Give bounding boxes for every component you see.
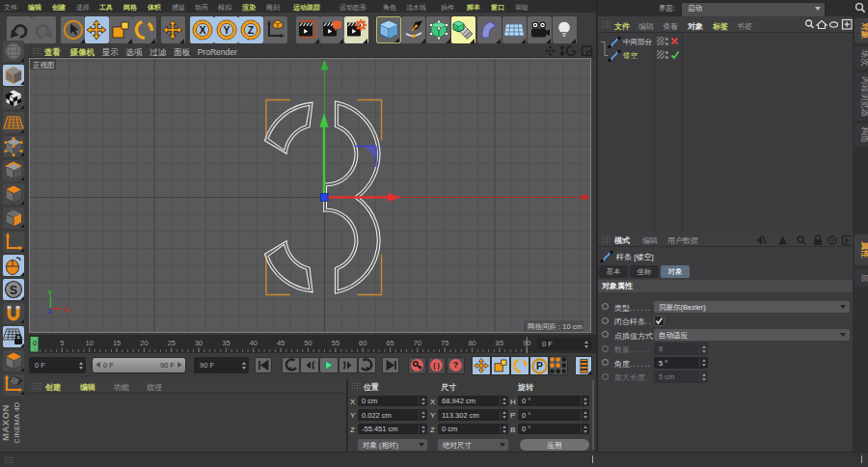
svg-text:85: 85 bbox=[496, 339, 503, 347]
svg-text:X: X bbox=[65, 306, 69, 315]
svg-text:65: 65 bbox=[386, 339, 393, 347]
svg-text:40: 40 bbox=[250, 339, 258, 347]
svg-text:5: 5 bbox=[60, 339, 64, 347]
svg-text:Y: Y bbox=[48, 288, 53, 297]
svg-text:正视图: 正视图 bbox=[33, 61, 55, 69]
svg-text:50: 50 bbox=[304, 339, 312, 347]
svg-text:层: 层 bbox=[859, 274, 868, 283]
svg-text:20: 20 bbox=[140, 339, 148, 347]
svg-text:70: 70 bbox=[414, 339, 421, 347]
svg-text:Z: Z bbox=[248, 24, 255, 36]
svg-text:内容浏览器: 内容浏览器 bbox=[859, 76, 868, 118]
svg-text:10: 10 bbox=[86, 339, 94, 347]
svg-text:P: P bbox=[536, 361, 543, 371]
svg-text:35: 35 bbox=[222, 339, 230, 347]
svg-text:构造: 构造 bbox=[859, 127, 868, 144]
svg-text:55: 55 bbox=[332, 339, 339, 347]
svg-text:25: 25 bbox=[168, 339, 176, 347]
svg-text:MAXON: MAXON bbox=[0, 404, 11, 441]
svg-text:80: 80 bbox=[468, 339, 475, 347]
svg-text:属性: 属性 bbox=[859, 241, 868, 260]
svg-text:网格间距 : 10 cm: 网格间距 : 10 cm bbox=[528, 322, 583, 331]
svg-text:Z: Z bbox=[47, 307, 52, 316]
svg-text:对象: 对象 bbox=[859, 22, 868, 41]
svg-text:X: X bbox=[199, 24, 205, 36]
svg-text:0: 0 bbox=[33, 339, 37, 347]
svg-text:场次: 场次 bbox=[859, 49, 868, 68]
svg-text:75: 75 bbox=[441, 339, 448, 347]
svg-text:S: S bbox=[10, 284, 17, 297]
svg-text:30: 30 bbox=[195, 339, 203, 347]
svg-text:15: 15 bbox=[113, 339, 121, 347]
svg-text:60: 60 bbox=[359, 339, 366, 347]
svg-text:45: 45 bbox=[277, 339, 285, 347]
svg-text:CINEMA 4D: CINEMA 4D bbox=[13, 401, 21, 443]
svg-text:Y: Y bbox=[223, 24, 230, 36]
